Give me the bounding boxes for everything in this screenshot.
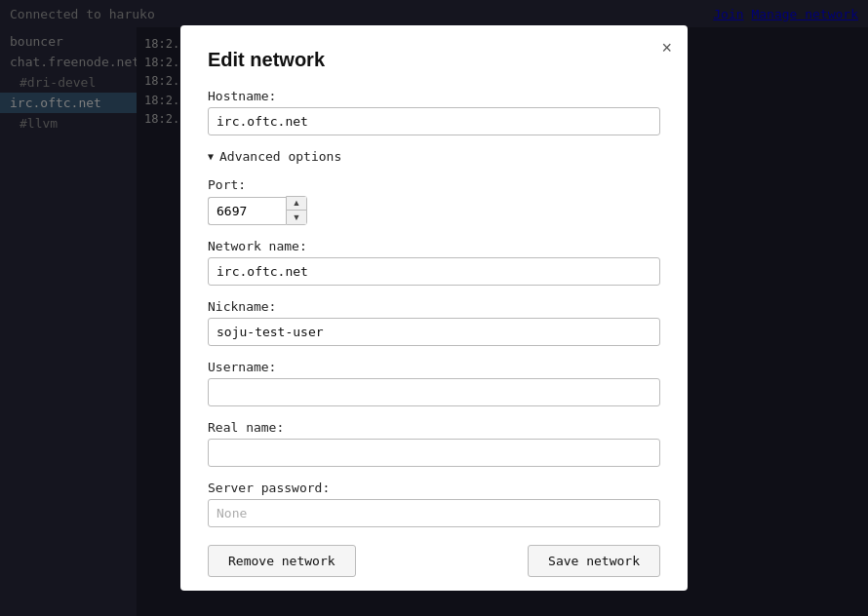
port-input[interactable] xyxy=(208,197,286,225)
advanced-label: Advanced options xyxy=(219,149,341,164)
port-increment-button[interactable]: ▲ xyxy=(287,197,306,211)
network-name-group: Network name: xyxy=(208,239,660,286)
port-spinner: ▲ ▼ xyxy=(286,196,307,225)
modal-title: Edit network xyxy=(208,49,660,71)
port-row: ▲ ▼ xyxy=(208,196,660,225)
server-password-group: Server password: xyxy=(208,481,660,527)
nickname-label: Nickname: xyxy=(208,299,660,314)
hostname-input[interactable] xyxy=(208,107,660,135)
save-network-button[interactable]: Save network xyxy=(528,545,660,577)
modal-overlay: × Edit network Hostname: ▼ Advanced opti… xyxy=(0,0,868,616)
hostname-group: Hostname: xyxy=(208,89,660,135)
modal-close-button[interactable]: × xyxy=(661,39,672,57)
server-password-input[interactable] xyxy=(208,499,660,527)
port-label: Port: xyxy=(208,177,660,192)
modal-footer: Remove network Save network xyxy=(208,545,660,577)
advanced-arrow-icon: ▼ xyxy=(208,151,214,162)
username-label: Username: xyxy=(208,360,660,374)
realname-label: Real name: xyxy=(208,420,660,435)
advanced-options-toggle[interactable]: ▼ Advanced options xyxy=(208,149,660,164)
realname-group: Real name: xyxy=(208,420,660,467)
nickname-group: Nickname: xyxy=(208,299,660,346)
network-name-label: Network name: xyxy=(208,239,660,253)
port-group: Port: ▲ ▼ xyxy=(208,177,660,225)
edit-network-modal: × Edit network Hostname: ▼ Advanced opti… xyxy=(180,25,688,591)
hostname-label: Hostname: xyxy=(208,89,660,103)
network-name-input[interactable] xyxy=(208,257,660,286)
realname-input[interactable] xyxy=(208,439,660,467)
nickname-input[interactable] xyxy=(208,318,660,346)
username-group: Username: xyxy=(208,360,660,406)
username-input[interactable] xyxy=(208,378,660,406)
server-password-label: Server password: xyxy=(208,481,660,495)
port-decrement-button[interactable]: ▼ xyxy=(287,211,306,224)
remove-network-button[interactable]: Remove network xyxy=(208,545,356,577)
